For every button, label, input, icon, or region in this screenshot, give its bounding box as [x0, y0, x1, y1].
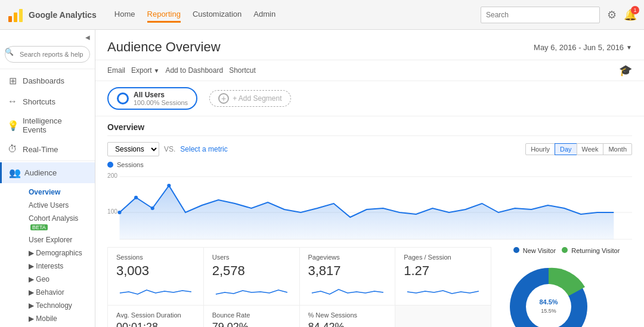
svg-marker-8	[119, 186, 614, 239]
svg-rect-0	[8, 16, 12, 22]
metric-sessions: Sessions 3,003	[107, 247, 204, 306]
sessions-chart: 200 100	[107, 171, 632, 242]
time-day-button[interactable]: Day	[555, 143, 577, 155]
svg-text:May 22: May 22	[364, 242, 384, 242]
google-analytics-logo-icon	[7, 7, 24, 23]
audience-sub-menu: Overview Active Users Cohort Analysis BE…	[0, 183, 95, 327]
sidebar-item-realtime[interactable]: ⏱ Real-Time	[0, 139, 95, 159]
time-month-button[interactable]: Month	[603, 143, 632, 155]
sidebar-sub-overview[interactable]: Overview	[21, 186, 95, 199]
logo-text: Google Analytics	[29, 10, 97, 20]
all-users-segment[interactable]: All Users 100.00% Sessions	[107, 87, 197, 110]
sidebar-sub-mobile[interactable]: ▶ Mobile	[21, 312, 95, 325]
svg-text:May 8: May 8	[126, 242, 143, 242]
sidebar-sub-cohort[interactable]: Cohort Analysis BETA	[21, 212, 95, 233]
metric-selector: Sessions VS. Select a metric	[107, 142, 228, 156]
sidebar-sub-demographics[interactable]: ▶ Demographics	[21, 246, 95, 260]
chart-area: 200 100	[107, 171, 632, 242]
sidebar-sub-active-users[interactable]: Active Users	[21, 199, 95, 212]
sidebar-sub-behavior[interactable]: ▶ Behavior	[21, 286, 95, 299]
sidebar-item-intelligence-label: Intelligence Events	[23, 116, 88, 134]
segment-circle-icon	[117, 92, 129, 104]
segment-percent: 100.00% Sessions	[134, 99, 188, 106]
date-range-picker[interactable]: May 6, 2016 - Jun 5, 2016 ▼	[534, 43, 632, 52]
sidebar-item-dashboards-label: Dashboards	[23, 76, 64, 85]
add-segment-button[interactable]: + + Add Segment	[209, 90, 290, 107]
sidebar: ◀ 🔍 ⊞ Dashboards ↔ Shortcuts 💡 Intellige…	[0, 30, 95, 327]
svg-text:May 15: May 15	[242, 242, 262, 242]
time-week-button[interactable]: Week	[577, 143, 604, 155]
new-visitor-dot	[513, 247, 519, 253]
time-buttons: Hourly Day Week Month	[525, 143, 632, 155]
svg-text:100: 100	[107, 208, 117, 215]
sidebar-collapse-btn[interactable]: ◀	[0, 30, 95, 44]
nav-home[interactable]: Home	[114, 7, 135, 23]
notification-badge: 1	[631, 6, 639, 14]
audience-icon: 👥	[9, 167, 20, 178]
time-hourly-button[interactable]: Hourly	[525, 143, 555, 155]
nav-customization[interactable]: Customization	[193, 7, 242, 23]
beta-badge: BETA	[30, 224, 48, 230]
svg-point-11	[151, 206, 154, 210]
add-segment-label: + Add Segment	[233, 94, 281, 103]
add-to-dashboard-button[interactable]: Add to Dashboard	[165, 66, 223, 75]
email-button[interactable]: Email	[107, 66, 125, 75]
metric-empty	[395, 305, 491, 327]
intelligence-icon: 💡	[7, 120, 18, 131]
metric-pageviews: Pageviews 3,817	[300, 247, 396, 306]
metric-new-sessions: % New Sessions 84.42%	[300, 305, 396, 327]
metric-new-sessions-label: % New Sessions	[308, 311, 387, 319]
metrics-section: Sessions 3,003 Users 2,578	[107, 247, 491, 327]
metric-bounce-rate: Bounce Rate 79.02%	[204, 305, 300, 327]
metric-new-sessions-value: 84.42%	[308, 321, 387, 327]
metric-pageviews-sparkline	[308, 281, 387, 299]
pie-chart-svg: 84.5% 15.5%	[501, 259, 596, 327]
sidebar-search-wrap: 🔍	[0, 44, 95, 67]
svg-text:May 29: May 29	[485, 242, 506, 242]
sidebar-item-shortcuts[interactable]: ↔ Shortcuts	[0, 91, 95, 112]
returning-visitor-dot	[562, 247, 568, 253]
export-button[interactable]: Export	[131, 66, 159, 75]
legend-new-visitor: New Visitor	[513, 247, 556, 254]
nav-reporting[interactable]: Reporting	[147, 7, 181, 23]
realtime-icon: ⏱	[7, 144, 18, 155]
new-visitor-label: New Visitor	[523, 247, 556, 254]
metric-sessions-sparkline	[116, 281, 195, 299]
sidebar-item-audience[interactable]: 👥 Audience	[0, 162, 95, 183]
nav-items: Home Reporting Customization Admin	[114, 7, 481, 23]
select-metric-link[interactable]: Select a metric	[180, 145, 227, 153]
sidebar-item-intelligence[interactable]: 💡 Intelligence Events	[0, 112, 95, 139]
shortcut-button[interactable]: Shortcut	[229, 66, 256, 75]
metric-avg-session-value: 00:01:28	[116, 321, 195, 327]
top-nav: Google Analytics Home Reporting Customiz…	[0, 0, 644, 30]
chart-dot-icon	[107, 162, 113, 168]
metric-sessions-value: 3,003	[116, 263, 195, 279]
sidebar-search-input[interactable]	[5, 46, 90, 63]
metric-users: Users 2,578	[204, 247, 300, 306]
metric-bounce-rate-label: Bounce Rate	[212, 311, 291, 319]
add-segment-icon: +	[218, 93, 229, 104]
metric-users-value: 2,578	[212, 263, 291, 279]
pie-chart-section: New Visitor Returning Visitor	[501, 247, 632, 327]
capture-icon[interactable]: 🎓	[619, 64, 632, 76]
svg-rect-1	[14, 13, 17, 22]
nav-admin[interactable]: Admin	[253, 7, 275, 23]
sidebar-item-dashboards[interactable]: ⊞ Dashboards	[0, 70, 95, 91]
settings-button[interactable]: ⚙	[607, 8, 617, 21]
overview-section-title: Overview	[107, 122, 632, 136]
returning-visitor-label: Returning Visitor	[571, 247, 620, 254]
page-title: Audience Overview	[107, 39, 221, 55]
sidebar-sub-geo[interactable]: ▶ Geo	[21, 273, 95, 286]
sidebar-sub-technology[interactable]: ▶ Technology	[21, 299, 95, 312]
notifications-button[interactable]: 🔔 1	[624, 8, 637, 21]
svg-text:200: 200	[107, 172, 117, 179]
sidebar-sub-user-explorer[interactable]: User Explorer	[21, 233, 95, 246]
sidebar-sub-interests[interactable]: ▶ Interests	[21, 260, 95, 273]
shortcuts-icon: ↔	[7, 96, 18, 107]
metric-dropdown[interactable]: Sessions	[107, 142, 159, 156]
metric-bounce-rate-value: 79.02%	[212, 321, 291, 327]
metric-pages-session-label: Pages / Session	[404, 254, 482, 261]
metric-pages-session-sparkline	[404, 281, 482, 299]
top-search-input[interactable]	[481, 7, 600, 23]
body-area: ◀ 🔍 ⊞ Dashboards ↔ Shortcuts 💡 Intellige…	[0, 30, 644, 327]
